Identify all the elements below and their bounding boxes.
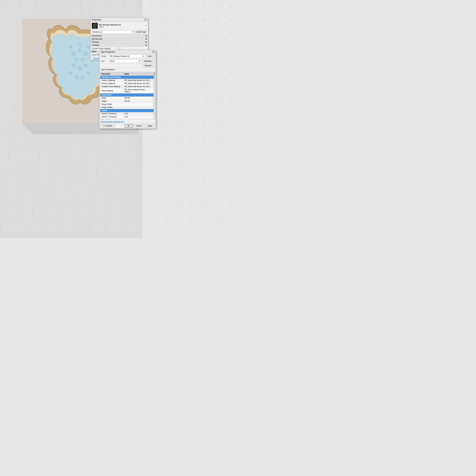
- object-arrow: ▼: [145, 25, 147, 27]
- dialog-buttons: << Preview OK Cancel Apply: [100, 123, 156, 129]
- edit-type-label: Edit Type: [138, 31, 146, 33]
- value-cell[interactable]: 200.00: [123, 97, 153, 100]
- value-cell[interactable]: [123, 106, 153, 109]
- outside-frame-visibility-row: Outside Frame Visibility ✓: [91, 47, 148, 50]
- table-row: Height 200.00: [101, 100, 155, 103]
- outside-frame-checkbox[interactable]: ✓: [118, 48, 120, 50]
- table-header: Parameter Value: [101, 72, 155, 76]
- svg-line-11: [0, 193, 143, 216]
- col-value: Value: [123, 72, 153, 76]
- param-cell: Frame 1 Thickness: [101, 115, 123, 119]
- table-row: Frame 1 Material RD_Wood Oak Brown 241 1…: [101, 79, 155, 82]
- rename-button[interactable]: Rename...: [143, 64, 154, 67]
- what-link[interactable]: What do these properties do?: [100, 120, 156, 123]
- properties-close-button[interactable]: ✕: [144, 18, 147, 21]
- object-info: RD_Mosque Window 03 Wood: [99, 24, 145, 28]
- svg-point-53: [84, 64, 88, 67]
- svg-point-67: [87, 46, 90, 48]
- identity-collapse-icon: ⊗: [145, 38, 147, 40]
- value-cell[interactable]: 3.20: [123, 115, 153, 119]
- identity-data-section[interactable]: Identity Data ⊗: [91, 37, 148, 41]
- section-header-cell: Frame: [101, 109, 155, 112]
- svg-line-13: [0, 208, 143, 231]
- svg-line-14: [0, 216, 143, 238]
- table-row: Frame 1 Thickness 3.20: [101, 115, 155, 119]
- svg-point-63: [78, 43, 82, 46]
- constraints-section[interactable]: Constraints ⊗: [91, 34, 148, 37]
- svg-line-8: [0, 171, 143, 193]
- table-scrollbar-thumb[interactable]: [154, 72, 155, 78]
- type-props-close-button[interactable]: ✕: [152, 51, 154, 53]
- value-cell[interactable]: RD_Glass Stained Flower Pattern: [123, 88, 153, 93]
- object-header: RD_Mosque Window 03 Wood ▼: [91, 22, 148, 30]
- value-cell[interactable]: RD_Wood Oak Brown 241 192 1: [123, 82, 153, 85]
- properties-titlebar: Properties ✕: [91, 18, 148, 22]
- value-cell[interactable]: RD_Wood Oak Brown 241 192 1: [123, 85, 153, 88]
- table-row: Glass Material RD_Glass Stained Flower P…: [101, 88, 155, 93]
- param-cell: Frame 2 Material: [101, 82, 123, 85]
- svg-point-41: [77, 49, 82, 52]
- table-row: Width 200.00: [101, 97, 155, 100]
- svg-point-39: [71, 52, 76, 55]
- preview-button[interactable]: << Preview: [101, 124, 115, 128]
- param-cell: Rough Width: [101, 103, 123, 106]
- visibility-label: Visibility: [92, 44, 99, 46]
- value-cell[interactable]: 15.00: [123, 119, 153, 120]
- type-properties-dialog: Type Properties ✕ Family: RD_Mosque Wind…: [99, 50, 156, 129]
- constraints-label: Constraints: [92, 35, 102, 37]
- type-table-container: Parameter Value Materials and Finishes F…: [100, 72, 155, 119]
- table-row: Frame 2 Material RD_Wood Oak Brown 241 1…: [101, 82, 155, 85]
- type-props-title: Type Properties: [101, 51, 115, 53]
- param-cell: Width: [101, 97, 123, 100]
- windows-dropdown-arrow: ▼: [132, 31, 134, 33]
- param-cell: Height: [101, 100, 123, 103]
- table-scrollbar[interactable]: [153, 72, 155, 119]
- windows-dropdown[interactable]: Windows (1) ▼: [92, 30, 135, 34]
- family-dropdown[interactable]: RD_Mosque Window 03 ▼: [109, 55, 145, 58]
- family-value: RD_Mosque Window 03: [110, 55, 129, 57]
- phasing-section[interactable]: Phasing ⊗: [91, 41, 148, 44]
- section-header-cell: Materials and Finishes: [101, 76, 155, 79]
- edit-type-button[interactable]: ⊞ Edit Type: [135, 30, 147, 34]
- table-section-frame: Frame: [101, 109, 155, 112]
- param-cell: Rough Height: [101, 106, 123, 109]
- value-cell[interactable]: RD_Wood Oak Brown 241 192 1: [123, 79, 153, 82]
- param-cell: Frame 1 Material: [101, 79, 123, 82]
- value-cell[interactable]: [123, 103, 153, 106]
- value-cell[interactable]: 200.00: [123, 100, 153, 103]
- svg-point-55: [69, 71, 73, 74]
- constraints-collapse-icon: ⊗: [145, 35, 147, 37]
- type-dropdown-arrow: ▼: [139, 60, 140, 62]
- svg-line-10: [0, 186, 143, 208]
- ok-button[interactable]: OK: [125, 124, 133, 128]
- phasing-label: Phasing: [92, 41, 99, 43]
- visibility-expand-icon: ⊕: [145, 44, 147, 46]
- object-type: Wood: [99, 26, 145, 28]
- table-row: Outside Frame Thickness 15.00: [101, 119, 155, 120]
- identity-data-label: Identity Data: [92, 38, 102, 40]
- section-header-cell: Dimensions: [101, 93, 155, 97]
- type-label-field: Type:: [101, 60, 108, 62]
- cancel-button[interactable]: Cancel: [134, 124, 144, 128]
- svg-line-9: [0, 178, 143, 201]
- outside-frame-visibility-label: Outside Frame Visibility: [91, 47, 117, 50]
- duplicate-button[interactable]: Duplicate...: [142, 60, 154, 63]
- param-cell: Outside Frame Thickness: [101, 119, 123, 120]
- svg-point-47: [80, 58, 85, 61]
- svg-line-12: [0, 201, 143, 223]
- table-row: Outside Frame Material RD_Wood Oak Brown…: [101, 85, 155, 88]
- other-label: Other: [92, 51, 97, 53]
- properties-title: Properties: [92, 18, 101, 21]
- windows-dropdown-label: Windows (1): [93, 31, 102, 33]
- value-cell[interactable]: 6.00: [123, 112, 153, 115]
- apply-button[interactable]: Apply: [145, 124, 154, 128]
- visibility-section[interactable]: Visibility ⊕: [91, 44, 148, 47]
- object-icon: [92, 23, 98, 29]
- type-parameters-table: Parameter Value Materials and Finishes F…: [100, 72, 155, 119]
- param-cell: Frame 2 Thickness: [101, 112, 123, 115]
- table-section-materials-and-finishes: Materials and Finishes: [101, 76, 155, 79]
- svg-point-61: [86, 71, 90, 74]
- type-parameters-label: Type Parameters: [100, 68, 156, 71]
- load-button[interactable]: Load...: [146, 55, 154, 58]
- type-dropdown[interactable]: Wood ▼: [109, 60, 141, 63]
